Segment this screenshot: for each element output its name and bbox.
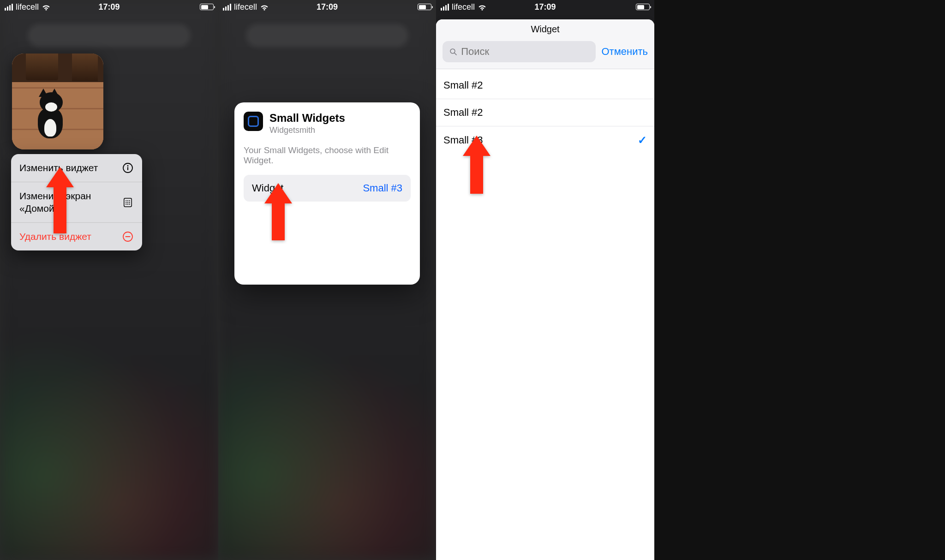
svg-point-4 <box>126 200 126 201</box>
search-input[interactable] <box>461 46 589 58</box>
sheet-header: Widget Отменить <box>436 19 654 69</box>
config-row-value: Small #3 <box>363 182 402 194</box>
svg-point-1 <box>127 165 129 167</box>
svg-point-12 <box>129 203 130 204</box>
minus-circle-icon <box>122 231 134 243</box>
blurred-search-pill <box>246 24 408 47</box>
blurred-search-pill <box>28 24 191 47</box>
status-bar: lifecell 17:09 <box>0 0 218 14</box>
battery-icon <box>636 4 650 10</box>
carrier-label: lifecell <box>234 2 257 12</box>
clock-time: 17:09 <box>534 2 556 12</box>
wifi-icon <box>42 4 51 11</box>
menu-item-edit-widget[interactable]: Изменить виджет <box>11 154 142 182</box>
kitten-photo <box>12 54 103 149</box>
battery-icon <box>418 4 431 10</box>
option-row[interactable]: Small #2 <box>436 99 654 126</box>
option-row[interactable]: Small #2 <box>436 72 654 99</box>
annotation-arrow <box>264 183 292 240</box>
svg-point-11 <box>127 203 128 204</box>
apps-grid-icon <box>122 197 134 209</box>
sheet-title: Widget <box>443 24 648 35</box>
svg-point-5 <box>127 200 128 201</box>
checkmark-icon: ✓ <box>638 134 647 147</box>
config-subtitle: Widgetsmith <box>269 125 345 135</box>
widgetsmith-app-icon <box>244 112 263 131</box>
widget-config-card: Small Widgets Widgetsmith Your Small Wid… <box>234 102 420 285</box>
cellular-signal-icon <box>223 4 231 11</box>
search-icon <box>449 47 457 56</box>
clock-time: 17:09 <box>317 2 338 12</box>
screenshot-2: lifecell 17:09 Small Widgets Widgetsmith… <box>218 0 436 560</box>
config-description: Your Small Widgets, choose with Edit Wid… <box>244 145 411 166</box>
status-bar: lifecell 17:09 <box>218 0 436 14</box>
svg-point-9 <box>129 202 130 203</box>
config-title: Small Widgets <box>269 112 345 125</box>
search-field[interactable] <box>443 41 596 62</box>
svg-line-16 <box>455 53 456 55</box>
option-label: Small #2 <box>443 107 483 119</box>
svg-point-6 <box>129 200 130 201</box>
status-bar: lifecell 17:09 <box>436 0 654 14</box>
svg-rect-14 <box>126 236 131 237</box>
info-circle-icon <box>122 162 134 174</box>
svg-point-7 <box>126 202 126 203</box>
wifi-icon <box>260 4 269 11</box>
wifi-icon <box>478 4 487 11</box>
svg-point-8 <box>127 202 128 203</box>
clock-time: 17:09 <box>98 2 120 12</box>
cancel-button[interactable]: Отменить <box>601 46 648 58</box>
menu-item-edit-home[interactable]: Изменить экран «Домой» <box>11 182 142 223</box>
widget-preview-photo[interactable] <box>12 54 103 149</box>
battery-icon <box>200 4 214 10</box>
cellular-signal-icon <box>5 4 13 11</box>
widget-context-menu: Изменить виджет Изменить экран «Домой» У… <box>11 154 142 250</box>
annotation-arrow <box>463 136 490 194</box>
svg-point-10 <box>126 203 126 204</box>
option-label: Small #2 <box>443 79 483 91</box>
carrier-label: lifecell <box>16 2 39 12</box>
svg-rect-2 <box>127 167 128 170</box>
carrier-label: lifecell <box>452 2 475 12</box>
cellular-signal-icon <box>441 4 449 11</box>
annotation-arrow <box>46 167 74 233</box>
screenshot-3: lifecell 17:09 Widget Отменить Small #2S… <box>436 0 654 560</box>
menu-item-remove-widget[interactable]: Удалить виджет <box>11 223 142 250</box>
screenshot-1: lifecell 17:09 Изменить виджет <box>0 0 218 560</box>
widget-picker-sheet: Widget Отменить Small #2Small #2Small #3… <box>436 19 654 560</box>
